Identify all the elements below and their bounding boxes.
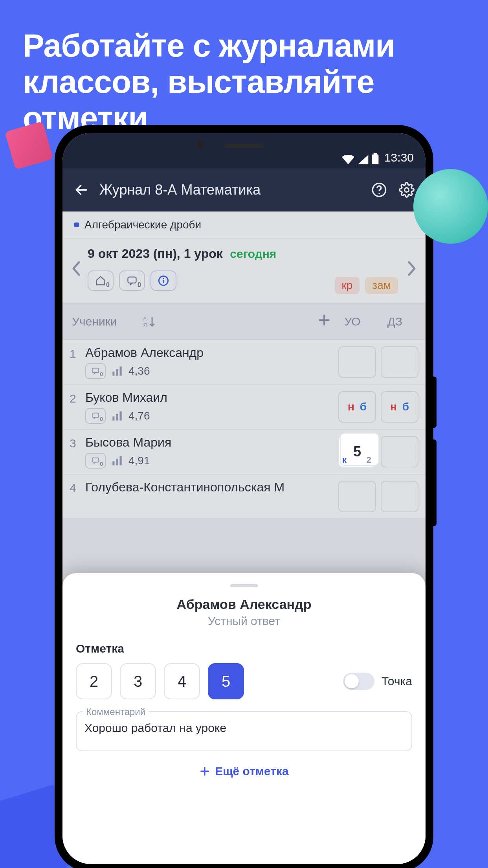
gear-icon xyxy=(399,182,415,198)
dot-toggle-label: Точка xyxy=(382,675,412,688)
svg-rect-16 xyxy=(112,371,114,375)
grade-cell-uo[interactable]: нб xyxy=(338,391,376,423)
lesson-today-badge: сегодня xyxy=(230,247,276,260)
table-header: Ученики АЯ УО ДЗ xyxy=(62,303,426,340)
lesson-nav: 9 окт 2023 (пн), 1 урок сегодня 0 0 xyxy=(62,239,426,303)
badge-zero: 0 xyxy=(100,416,103,422)
phone-speaker xyxy=(224,144,264,148)
signal-icon xyxy=(358,155,369,164)
app-bar: Журнал 8-А Математика xyxy=(62,168,426,211)
student-name[interactable]: Голубева-Константинопольская М xyxy=(85,480,338,495)
settings-button[interactable] xyxy=(397,180,416,199)
arrow-left-icon xyxy=(74,182,89,197)
svg-point-5 xyxy=(405,188,409,192)
student-comment-button[interactable]: 0 xyxy=(85,453,106,469)
stats-icon xyxy=(112,366,122,376)
wifi-icon xyxy=(342,155,354,164)
svg-rect-0 xyxy=(372,154,379,164)
tag-kr[interactable]: кр xyxy=(335,277,360,294)
student-name[interactable]: Буков Михаил xyxy=(85,390,338,405)
svg-rect-20 xyxy=(112,416,114,420)
svg-rect-18 xyxy=(120,366,122,375)
status-bar: 13:30 xyxy=(62,133,426,168)
comment-input[interactable]: Комментарий Хорошо работал на уроке xyxy=(76,711,412,751)
grade-option-2[interactable]: 2 xyxy=(76,663,112,699)
badge-zero: 0 xyxy=(138,281,141,289)
comment-legend: Комментарий xyxy=(83,706,149,717)
student-avg: 4,76 xyxy=(128,410,150,422)
grade-cell-dz[interactable] xyxy=(381,346,418,378)
svg-rect-24 xyxy=(112,461,114,465)
dot-toggle[interactable] xyxy=(343,673,374,690)
homework-icon-button[interactable]: 0 xyxy=(88,270,114,291)
svg-rect-23 xyxy=(92,458,99,462)
grade-cell-dz[interactable]: нб xyxy=(381,391,418,423)
prev-lesson-button[interactable] xyxy=(68,261,85,280)
row-number: 2 xyxy=(70,390,85,405)
grade-cell-dz[interactable] xyxy=(381,436,418,467)
row-number: 4 xyxy=(70,480,85,495)
grade-option-3[interactable]: 3 xyxy=(120,663,156,699)
svg-point-4 xyxy=(378,193,380,194)
svg-rect-6 xyxy=(128,277,136,283)
help-button[interactable] xyxy=(370,180,389,199)
chat-icon xyxy=(127,275,138,286)
plus-icon xyxy=(317,313,331,327)
tag-zam[interactable]: зам xyxy=(365,277,398,294)
sheet-grade-type: Устный ответ xyxy=(76,614,412,628)
grade-cell-uo[interactable]: 5 к 2 xyxy=(338,436,376,467)
grade-cell-uo[interactable] xyxy=(338,346,376,378)
phone-side-button xyxy=(431,440,437,526)
sheet-student-name: Абрамов Александр xyxy=(76,597,412,612)
topic-bar[interactable]: Алгебраические дроби xyxy=(62,211,426,239)
header-dz[interactable]: ДЗ xyxy=(374,315,416,328)
next-lesson-button[interactable] xyxy=(403,261,420,280)
status-time: 13:30 xyxy=(384,151,414,164)
student-name[interactable]: Абрамов Александр xyxy=(85,346,338,360)
phone-camera xyxy=(197,140,205,148)
grade-sheet: Абрамов Александр Устный ответ Отметка 2… xyxy=(62,573,426,864)
add-column-button[interactable] xyxy=(317,313,331,330)
stats-icon xyxy=(112,411,122,421)
grade-cell-dz[interactable] xyxy=(381,481,418,512)
home-icon xyxy=(95,275,106,286)
svg-rect-26 xyxy=(120,456,122,465)
svg-rect-15 xyxy=(92,368,99,373)
sheet-handle[interactable] xyxy=(230,584,258,587)
plus-icon xyxy=(199,766,210,777)
page-title: Журнал 8-А Математика xyxy=(99,182,361,198)
chat-icon xyxy=(91,412,100,420)
student-comment-button[interactable]: 0 xyxy=(85,363,106,379)
grade-cell-uo[interactable] xyxy=(338,481,376,512)
comments-icon-button[interactable]: 0 xyxy=(119,270,145,291)
badge-zero: 0 xyxy=(100,371,103,377)
row-number: 3 xyxy=(70,435,85,450)
table-row: 4 Голубева-Константинопольская М xyxy=(62,474,426,518)
row-number: 1 xyxy=(70,346,85,360)
header-uo[interactable]: УО xyxy=(331,315,374,328)
info-icon xyxy=(158,275,169,286)
svg-rect-25 xyxy=(116,459,118,465)
info-icon-button[interactable] xyxy=(150,270,176,291)
svg-point-9 xyxy=(163,278,164,279)
add-more-grade-button[interactable]: Ещё отметка xyxy=(76,765,412,778)
svg-text:А: А xyxy=(143,316,147,322)
svg-rect-19 xyxy=(92,413,99,417)
badge-zero: 0 xyxy=(100,461,103,467)
svg-rect-17 xyxy=(116,369,118,376)
grade-option-4[interactable]: 4 xyxy=(164,663,200,699)
student-name[interactable]: Бысова Мария xyxy=(85,435,338,450)
student-avg: 4,36 xyxy=(128,365,150,377)
students-list: 1 Абрамов Александр 0 4,36 xyxy=(62,340,426,518)
sort-button[interactable]: АЯ xyxy=(143,315,156,328)
svg-rect-1 xyxy=(374,153,377,155)
comment-text: Хорошо работал на уроке xyxy=(84,721,404,735)
mark-section-label: Отметка xyxy=(76,642,412,655)
stats-icon xyxy=(112,456,122,465)
help-icon xyxy=(371,182,387,198)
back-button[interactable] xyxy=(72,180,91,199)
table-row: 1 Абрамов Александр 0 4,36 xyxy=(62,340,426,385)
student-comment-button[interactable]: 0 xyxy=(85,408,106,424)
promo-headline: Работайте с журналами классов, выставляй… xyxy=(0,0,488,136)
grade-option-5[interactable]: 5 xyxy=(208,663,244,699)
